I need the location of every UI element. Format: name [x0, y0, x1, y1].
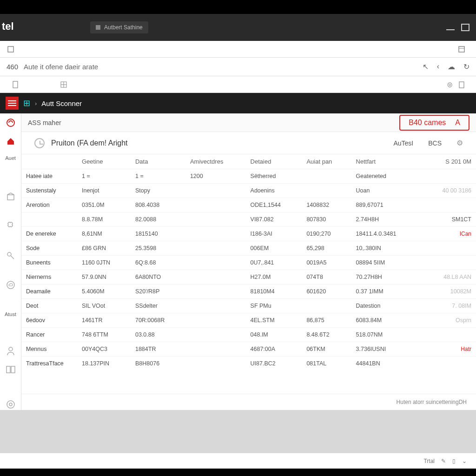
svg-point-16: [7, 401, 14, 408]
table-row[interactable]: DeotSIL VOotSSdelterSF PMuDatestion7. 08…: [21, 299, 476, 313]
badge-text: B40 cames: [409, 119, 446, 127]
table-row[interactable]: TrattresaTface18.137PINB8H8076UI87.BC208…: [21, 357, 476, 371]
nav-home-icon[interactable]: [5, 136, 17, 147]
footer-note: Huten atorr suincetteningDH: [21, 394, 476, 410]
svg-rect-15: [11, 366, 15, 373]
breadcrumb-path: Aute it ofene daeir arate: [24, 63, 98, 71]
toolbar-ribbon: [0, 41, 476, 58]
svg-point-13: [9, 347, 13, 351]
left-nav-rail: Auet Atust: [0, 113, 21, 410]
table-header-row: Geetine Data Amivectdres Detaied Auiat p…: [21, 154, 476, 169]
chevron-right-icon: ›: [35, 100, 37, 107]
col-nettfart[interactable]: Nettfart: [351, 154, 422, 169]
tab-bcs[interactable]: BCS: [428, 139, 442, 147]
gear-icon[interactable]: ⚙: [456, 139, 463, 147]
status-badge[interactable]: B40 cames A: [399, 115, 469, 131]
tool-search-icon[interactable]: ↖: [423, 62, 429, 71]
col-amiv[interactable]: Amivectdres: [185, 154, 246, 169]
layout-icon[interactable]: [457, 46, 466, 53]
rail-label-1: Auet: [5, 155, 16, 161]
svg-rect-3: [13, 81, 18, 88]
app-title: Autt Sconner: [41, 99, 82, 107]
col-auiat[interactable]: Auiat pan: [302, 154, 351, 169]
secondary-toolbar: ◎: [0, 76, 476, 93]
svg-point-12: [7, 281, 14, 289]
tool-refresh-icon[interactable]: ↻: [463, 62, 469, 71]
tool-cloud-icon[interactable]: ☁: [448, 62, 455, 71]
nav-overview-icon[interactable]: [5, 117, 17, 128]
scanner-icon: ⊞: [23, 98, 30, 108]
nav-user-icon[interactable]: [5, 345, 17, 357]
status-column-icon[interactable]: ▯: [452, 458, 456, 464]
nav-settings-icon[interactable]: [5, 399, 17, 410]
table-row[interactable]: Niernerns57.9.0NN6A80NTOH27.0M074T870.27…: [21, 270, 476, 284]
col-name[interactable]: [21, 154, 77, 169]
main-panel: ASS maher B40 cames A Pruiton (FA dem! A…: [21, 113, 476, 410]
clock-icon: [34, 138, 45, 148]
address-bar: 460 Aute it ofene daeir arate ↖ ‹ ☁ ↻: [0, 58, 476, 76]
rail-label-2: Atust: [5, 311, 16, 317]
table-meta-row: Sustenstaly Inenjot Stopy Adoenins Uoan …: [21, 184, 476, 198]
data-table: Geetine Data Amivectdres Detaied Auiat p…: [21, 154, 476, 370]
table-row[interactable]: Buneents1160 0JTN6Q:8.680U7,.8410019A508…: [21, 256, 476, 270]
browser-tab[interactable]: Autbert Sathine: [90, 21, 148, 33]
table-row[interactable]: Deamaile5.4060MS20'/R8P81810M46016200.37…: [21, 284, 476, 299]
grid-icon[interactable]: [60, 81, 68, 88]
svg-rect-0: [8, 46, 13, 52]
table-row[interactable]: 6edoov1461TR70R:0068R4EL.STM86,8756083.8…: [21, 313, 476, 328]
page-icon[interactable]: [11, 81, 20, 88]
status-label: Trtal: [423, 458, 435, 464]
status-chevron-down-icon[interactable]: ⌄: [462, 458, 467, 464]
nav-book-icon[interactable]: [5, 364, 17, 375]
minimize-button[interactable]: [446, 28, 455, 30]
table-row[interactable]: Sode£86 GRN25.3598006EM65,29810,.380IN: [21, 241, 476, 256]
col-detailed[interactable]: Detaied: [246, 154, 302, 169]
tool-back-icon[interactable]: ‹: [437, 62, 439, 71]
table-row[interactable]: Mennus00Y4QC31884TR4687:00A06TKM3.736IUS…: [21, 342, 476, 357]
svg-rect-14: [7, 366, 10, 373]
col-meta-badge: S 201 0M: [422, 154, 476, 169]
panel-title: Pruiton (FA dem! Aright: [51, 139, 128, 147]
table-row[interactable]: 8.8.78M82.0088VI87.0828078302.74H8HSM1CT: [21, 212, 476, 227]
nav-key-icon[interactable]: [5, 250, 17, 261]
file-icon[interactable]: [7, 46, 15, 53]
svg-line-11: [11, 256, 14, 259]
maximize-button[interactable]: [461, 24, 469, 31]
col-data[interactable]: Data: [131, 154, 185, 169]
nav-package-icon[interactable]: [5, 191, 17, 202]
svg-rect-7: [459, 82, 464, 88]
bottom-gap: [0, 410, 476, 453]
nav-brain-icon[interactable]: [5, 220, 17, 231]
table-meta-row: Hatee iate 1 = 1 = 1200 Sëtherred Geaten…: [21, 169, 476, 184]
svg-point-8: [7, 119, 14, 126]
sub-title: ASS maher: [28, 119, 61, 126]
table-row[interactable]: De enereke8,61NM1815140I186-3AI0190;2701…: [21, 227, 476, 241]
svg-rect-1: [459, 46, 464, 52]
svg-point-10: [7, 252, 11, 256]
menu-button[interactable]: [6, 97, 19, 110]
table-row[interactable]: Arerotion0351.0M808.4038ODE1,15441408832…: [21, 198, 476, 212]
status-edit-icon[interactable]: ✎: [441, 458, 446, 464]
clipboard-icon[interactable]: [457, 81, 466, 88]
svg-point-17: [9, 403, 12, 406]
tab-icon: [96, 25, 100, 30]
col-geetine[interactable]: Geetine: [77, 154, 131, 169]
nav-cloud-icon[interactable]: [5, 279, 17, 291]
panel-header: Pruiton (FA dem! Aright AuTesI BCS ⚙: [21, 132, 476, 154]
brand-logo: tel: [2, 20, 14, 33]
titlebar: tel Autbert Sathine: [0, 14, 476, 41]
target-icon[interactable]: ◎: [445, 81, 454, 88]
badge-suffix: A: [455, 119, 460, 127]
svg-rect-9: [7, 195, 14, 200]
table-row[interactable]: Rancer748 6TTM03.0.88048.IM8.48.6T2518.0…: [21, 328, 476, 342]
page-number: 460: [7, 63, 18, 71]
sub-header: ASS maher B40 cames A: [21, 113, 476, 132]
tab-autesi[interactable]: AuTesI: [393, 139, 413, 147]
tab-label: Autbert Sathine: [104, 24, 143, 31]
app-header: ⊞ › Autt Sconner: [0, 93, 476, 113]
status-bar: Trtal ✎ ▯ ⌄: [0, 453, 476, 469]
